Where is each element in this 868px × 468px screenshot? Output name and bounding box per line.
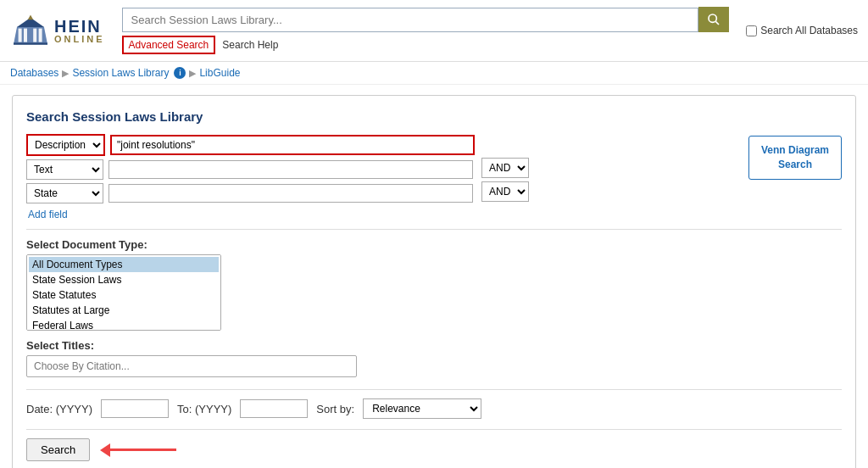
search-button[interactable] xyxy=(698,7,729,32)
breadcrumb-sep-2: ▶ xyxy=(189,68,196,79)
search-action-row: Search xyxy=(26,429,842,461)
svg-rect-2 xyxy=(24,29,27,42)
date-label: Date: (YYYY) xyxy=(26,403,92,415)
doc-type-option-federal: Federal Laws xyxy=(29,318,219,331)
doc-type-list[interactable]: All Document Types State Session Laws St… xyxy=(26,254,221,331)
main: Search Session Laws Library Description … xyxy=(0,85,868,468)
operator-col: ANDORNOT ANDORNOT xyxy=(481,134,529,202)
search-input-row xyxy=(122,7,730,32)
doc-type-option-state-session: State Session Laws xyxy=(29,272,219,287)
search-bar-area: Advanced Search Search Help xyxy=(122,7,730,54)
date-from-input[interactable] xyxy=(101,399,169,418)
svg-rect-4 xyxy=(39,29,42,42)
field-select-1[interactable]: Description Text State Title xyxy=(26,134,105,156)
doc-type-option-statutes-large: Statutes at Large xyxy=(29,303,219,318)
breadcrumb-databases[interactable]: Databases xyxy=(10,67,58,79)
operator-select-2[interactable]: ANDORNOT xyxy=(481,181,529,202)
info-icon[interactable]: i xyxy=(174,67,186,79)
venn-area: Venn Diagram Search xyxy=(748,134,842,180)
citation-input[interactable] xyxy=(26,355,357,377)
search-all-checkbox[interactable] xyxy=(746,25,757,36)
sort-label: Sort by: xyxy=(316,403,354,415)
svg-marker-7 xyxy=(28,15,33,20)
search-action-button[interactable]: Search xyxy=(26,438,90,461)
date-sort-row: Date: (YYYY) To: (YYYY) Sort by: Relevan… xyxy=(26,389,842,419)
advanced-search-link[interactable]: Advanced Search xyxy=(122,36,216,54)
logo-text-online: ONLINE xyxy=(54,35,105,44)
select-titles-label: Select Titles: xyxy=(26,339,842,352)
svg-rect-5 xyxy=(14,42,47,44)
date-to-input[interactable] xyxy=(240,399,308,418)
field-row-3: State Description Text xyxy=(26,183,475,203)
svg-point-8 xyxy=(709,14,716,22)
search-box-title: Search Session Laws Library xyxy=(26,109,842,124)
search-help-link[interactable]: Search Help xyxy=(222,39,278,51)
search-icon xyxy=(707,13,721,26)
search-links: Advanced Search Search Help xyxy=(122,36,730,54)
search-input[interactable] xyxy=(122,8,699,32)
field-row-2: Text Description State xyxy=(26,159,475,180)
venn-btn-line1: Venn Diagram xyxy=(761,144,829,156)
sort-select[interactable]: Relevance Date Ascending Date Descending xyxy=(363,398,481,419)
field-input-2[interactable] xyxy=(108,160,473,179)
venn-diagram-button[interactable]: Venn Diagram Search xyxy=(748,136,842,180)
svg-rect-1 xyxy=(19,29,22,42)
svg-line-9 xyxy=(716,21,720,25)
doc-type-section: Select Document Type: All Document Types… xyxy=(26,238,842,331)
breadcrumb-sep-1: ▶ xyxy=(62,68,69,79)
venn-btn-line2: Search xyxy=(778,159,812,170)
fields-col: Description Text State Title Text Descri… xyxy=(26,134,475,220)
doc-type-label: Select Document Type: xyxy=(26,238,842,251)
header: HEIN ONLINE Advanced Search Search Help … xyxy=(0,0,868,62)
breadcrumb: Databases ▶ Session Laws Library i ▶ Lib… xyxy=(0,62,868,85)
arrow-indicator xyxy=(100,443,176,457)
breadcrumb-session-laws[interactable]: Session Laws Library xyxy=(72,67,169,79)
logo[interactable]: HEIN ONLINE xyxy=(10,14,105,47)
arrow-line xyxy=(108,448,176,451)
search-rows-area: Description Text State Title Text Descri… xyxy=(26,134,842,220)
field-input-3[interactable] xyxy=(108,184,473,203)
svg-rect-3 xyxy=(33,29,36,42)
search-all-label: Search All Databases xyxy=(760,25,858,36)
field-select-2[interactable]: Text Description State xyxy=(26,159,103,180)
add-field-link[interactable]: Add field xyxy=(28,209,475,220)
logo-text-hein: HEIN xyxy=(54,18,105,35)
field-input-1[interactable] xyxy=(110,135,475,155)
doc-type-option-all: All Document Types xyxy=(29,257,219,272)
operator-select-1[interactable]: ANDORNOT xyxy=(481,158,529,178)
breadcrumb-libguide[interactable]: LibGuide xyxy=(199,67,240,79)
search-all-area: Search All Databases xyxy=(746,25,858,36)
field-row-1: Description Text State Title xyxy=(26,134,475,156)
date-to-label: To: (YYYY) xyxy=(177,403,231,415)
search-box: Search Session Laws Library Description … xyxy=(12,95,856,468)
doc-type-option-state-statutes: State Statutes xyxy=(29,287,219,303)
field-select-3[interactable]: State Description Text xyxy=(26,183,103,203)
select-titles-section: Select Titles: xyxy=(26,339,842,377)
